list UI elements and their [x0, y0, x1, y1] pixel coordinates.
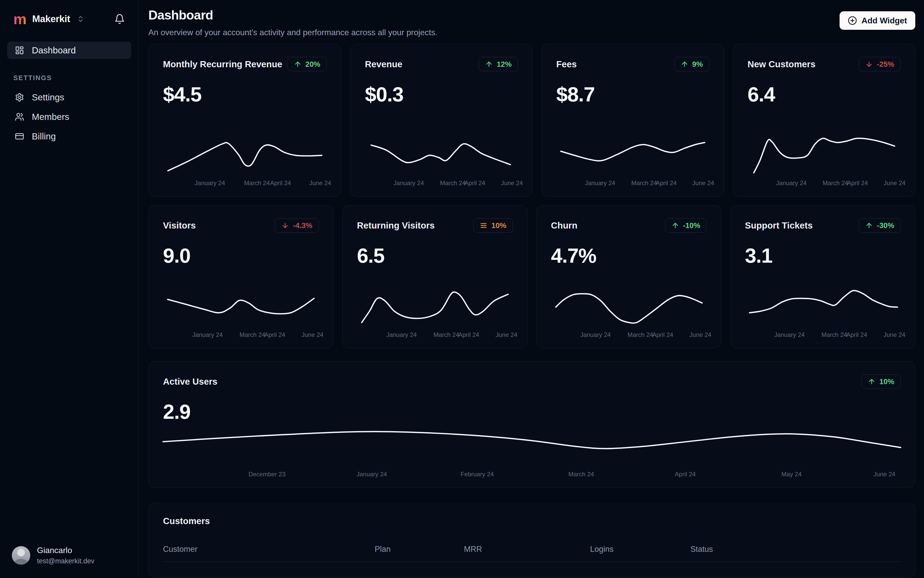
- x-axis-labels: January 24March 24April 24June 24: [551, 331, 707, 339]
- card-title: New Customers: [748, 59, 816, 69]
- trend-up-icon: [868, 378, 875, 385]
- page-header: Dashboard An overview of your account's …: [148, 8, 915, 37]
- settings-section-heading: SETTINGS: [13, 74, 125, 82]
- sidebar-item-label: Billing: [32, 131, 56, 141]
- chevrons-up-down-icon: [77, 15, 84, 23]
- axis-label: April 24: [459, 331, 479, 338]
- stat-card: Monthly Recurring Revenue 20% $4.5 Janua…: [148, 44, 341, 197]
- credit-card-icon: [15, 132, 24, 141]
- column-header-logins: Logins: [590, 545, 691, 554]
- user-name: Giancarlo: [37, 546, 94, 555]
- axis-label: March 24: [433, 331, 459, 338]
- card-title: Fees: [556, 59, 577, 69]
- trend-badge: 10%: [861, 374, 901, 389]
- axis-label: June 24: [496, 331, 517, 338]
- trend-badge: 20%: [287, 57, 327, 71]
- card-title: Support Tickets: [745, 220, 812, 231]
- axis-label: April 24: [847, 180, 868, 187]
- axis-label: January 24: [580, 331, 611, 338]
- add-widget-label: Add Widget: [862, 16, 907, 25]
- card-value: 2.9: [163, 400, 901, 424]
- notifications-bell-icon[interactable]: [114, 14, 125, 24]
- axis-label: January 24: [776, 180, 807, 187]
- sidebar-item-members[interactable]: Members: [7, 108, 131, 125]
- axis-label: April 24: [846, 331, 867, 338]
- card-value: 9.0: [163, 244, 319, 268]
- sidebar-item-billing[interactable]: Billing: [7, 128, 131, 145]
- user-email: test@makerkit.dev: [37, 557, 94, 565]
- axis-label: May 24: [781, 471, 802, 478]
- axis-label: January 24: [357, 471, 387, 478]
- sparkline-chart: [365, 134, 518, 175]
- x-axis-labels: December 23January 24February 24March 24…: [163, 471, 901, 478]
- axis-label: June 24: [501, 180, 523, 187]
- user-avatar: [12, 546, 30, 565]
- stat-card: Fees 9% $8.7 January 24March 24April 24J…: [541, 44, 724, 197]
- users-icon: [15, 112, 24, 122]
- trend-down-icon: [865, 60, 873, 68]
- axis-label: June 24: [883, 180, 905, 187]
- card-value: 3.1: [745, 244, 901, 268]
- sidebar-item-label: Dashboard: [32, 45, 76, 55]
- axis-label: June 24: [302, 331, 323, 338]
- stat-card: Churn -10% 4.7% January 24March 24April …: [537, 205, 721, 348]
- sidebar-item-settings[interactable]: Settings: [7, 89, 131, 106]
- axis-label: January 24: [585, 180, 615, 187]
- axis-label: March 24: [244, 180, 270, 187]
- column-header-customer: Customer: [163, 545, 375, 554]
- workspace-switcher[interactable]: m Makerkit: [7, 0, 131, 26]
- column-header-status: Status: [691, 545, 901, 554]
- axis-label: January 24: [192, 331, 223, 338]
- x-axis-labels: January 24March 24April 24June 24: [556, 180, 709, 187]
- trend-change-value: 12%: [497, 60, 512, 68]
- card-title: Returning Visitors: [357, 220, 435, 231]
- axis-label: February 24: [461, 471, 494, 478]
- plus-circle-icon: [848, 16, 857, 25]
- trend-badge: -25%: [859, 57, 901, 71]
- dashboard-grid-icon: [15, 46, 24, 55]
- customers-title: Customers: [163, 516, 901, 526]
- stat-card: Visitors -4.3% 9.0 January 24March 24Apr…: [148, 205, 333, 348]
- sidebar-item-label: Members: [32, 112, 69, 122]
- user-account-menu[interactable]: Giancarlo test@makerkit.dev: [7, 546, 131, 578]
- axis-label: April 24: [652, 331, 673, 338]
- trend-change-value: 9%: [692, 60, 703, 68]
- customers-card: Customers Customer Plan MRR Logins Statu…: [148, 503, 915, 578]
- x-axis-labels: January 24March 24April 24June 24: [365, 180, 518, 187]
- trend-change-value: 10%: [879, 377, 894, 386]
- axis-label: January 24: [774, 331, 805, 338]
- axis-label: March 24: [823, 180, 848, 187]
- axis-label: June 24: [689, 331, 711, 338]
- trend-flat-icon: [480, 222, 487, 229]
- active-users-card: Active Users 10% 2.9 December 23January …: [148, 361, 915, 488]
- page-title: Dashboard: [148, 8, 438, 23]
- axis-label: April 24: [464, 180, 485, 187]
- page-subtitle: An overview of your account's activity a…: [148, 28, 438, 37]
- gear-icon: [15, 93, 24, 102]
- axis-label: April 24: [675, 471, 695, 478]
- main-content: Dashboard An overview of your account's …: [139, 0, 924, 578]
- axis-label: March 24: [440, 180, 465, 187]
- trend-badge: 9%: [674, 57, 709, 71]
- card-value: 4.7%: [551, 244, 707, 268]
- sidebar-item-dashboard[interactable]: Dashboard: [7, 42, 131, 59]
- x-axis-labels: January 24March 24April 24June 24: [748, 180, 901, 187]
- card-value: $4.5: [163, 83, 327, 106]
- workspace-name: Makerkit: [32, 14, 70, 24]
- trend-change-value: -30%: [877, 221, 894, 230]
- add-widget-button[interactable]: Add Widget: [840, 11, 915, 30]
- sparkline-chart: [748, 134, 901, 175]
- axis-label: April 24: [270, 180, 291, 187]
- sparkline-chart: [163, 134, 327, 175]
- makerkit-logo: m: [13, 12, 27, 26]
- axis-label: January 24: [386, 331, 417, 338]
- sparkline-chart: [163, 286, 319, 326]
- card-value: $8.7: [556, 83, 709, 106]
- sidebar-nav: Dashboard: [7, 42, 131, 59]
- card-title: Active Users: [163, 377, 217, 387]
- sparkline-chart: [556, 134, 709, 175]
- stat-card: Returning Visitors 10% 6.5 January 24Mar…: [342, 205, 527, 348]
- card-title: Monthly Recurring Revenue: [163, 59, 282, 69]
- trend-up-icon: [485, 60, 493, 68]
- trend-down-icon: [281, 222, 289, 229]
